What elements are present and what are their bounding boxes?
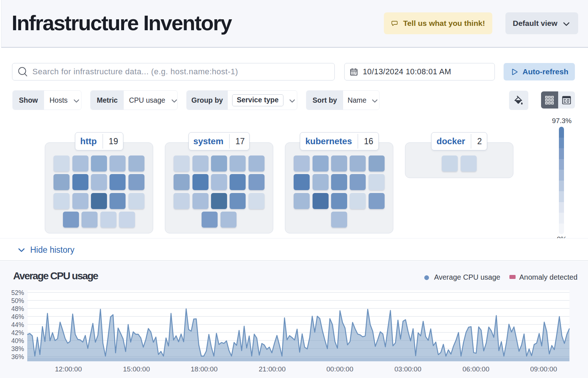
svg-text:09:00:00: 09:00:00: [530, 365, 557, 373]
svg-text:00:00:00: 00:00:00: [326, 365, 353, 373]
svg-text:03:00:00: 03:00:00: [394, 365, 421, 373]
svg-text:50%: 50%: [11, 297, 24, 304]
svg-text:52%: 52%: [11, 289, 24, 296]
svg-text:40%: 40%: [11, 337, 24, 344]
svg-text:12:00:00: 12:00:00: [55, 365, 82, 373]
svg-text:06:00:00: 06:00:00: [462, 365, 489, 373]
svg-text:21:00:00: 21:00:00: [259, 365, 286, 373]
svg-text:38%: 38%: [11, 345, 24, 353]
svg-text:44%: 44%: [11, 321, 24, 328]
svg-text:36%: 36%: [11, 353, 24, 361]
svg-text:18:00:00: 18:00:00: [191, 365, 218, 373]
svg-text:46%: 46%: [11, 313, 24, 320]
svg-text:42%: 42%: [11, 329, 24, 336]
svg-text:48%: 48%: [11, 305, 24, 312]
svg-text:15:00:00: 15:00:00: [123, 365, 150, 373]
